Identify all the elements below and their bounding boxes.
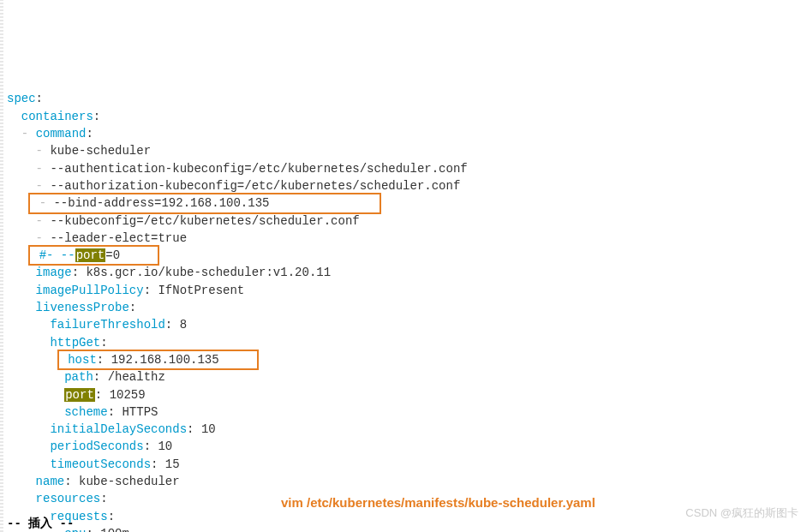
yaml-line: - --kubeconfig=/etc/kubernetes/scheduler… xyxy=(7,212,807,230)
yaml-line: periodSeconds: 10 xyxy=(7,438,807,455)
yaml-line: - command: xyxy=(7,125,807,142)
yaml-line: name: kube-scheduler xyxy=(7,473,807,490)
yaml-line: - --leader-elect=true xyxy=(7,230,807,247)
yaml-line: port: 10259 xyxy=(7,386,807,403)
yaml-line: - kube-scheduler xyxy=(7,142,807,159)
yaml-line: timeoutSeconds: 15 xyxy=(7,456,807,473)
yaml-line: #- --port=0 xyxy=(7,247,807,264)
port-highlight: port xyxy=(64,388,95,402)
annotation-command: vim /etc/kubernetes/manifests/kube-sched… xyxy=(281,493,595,512)
yaml-line: cpu: 100m xyxy=(7,525,807,532)
gutter xyxy=(0,0,3,532)
vim-status: -- 插入 -- xyxy=(0,515,74,532)
yaml-line: - --authorization-kubeconfig=/etc/kubern… xyxy=(7,177,807,194)
yaml-line: failureThreshold: 8 xyxy=(7,316,807,333)
yaml-line: livenessProbe: xyxy=(7,299,807,316)
yaml-line: host: 192.168.100.135 xyxy=(7,351,807,368)
port-highlight: port xyxy=(75,248,106,262)
yaml-line: httpGet: xyxy=(7,334,807,351)
highlight-liveness-host: host: 192.168.100.135 xyxy=(57,350,259,370)
yaml-line: scheme: HTTPS xyxy=(7,403,807,421)
yaml-line: imagePullPolicy: IfNotPresent xyxy=(7,282,807,299)
yaml-line: image: k8s.gcr.io/kube-scheduler:v1.20.1… xyxy=(7,264,807,281)
yaml-line: path: /healthz xyxy=(7,368,807,386)
yaml-line: - --bind-address=192.168.100.135 xyxy=(7,194,807,212)
yaml-line: containers: xyxy=(7,108,807,125)
yaml-line: - --authentication-kubeconfig=/etc/kuber… xyxy=(7,160,807,177)
watermark: CSDN @疯狂的斯图卡 xyxy=(685,505,798,522)
highlight-bind-address: - --bind-address=192.168.100.135 xyxy=(28,193,380,213)
code-editor[interactable]: spec: containers: - command: - kube-sche… xyxy=(7,90,807,532)
highlight-port-zero: #- --port=0 xyxy=(28,245,159,266)
yaml-line: spec: xyxy=(7,90,807,107)
yaml-line: initialDelaySeconds: 10 xyxy=(7,421,807,438)
